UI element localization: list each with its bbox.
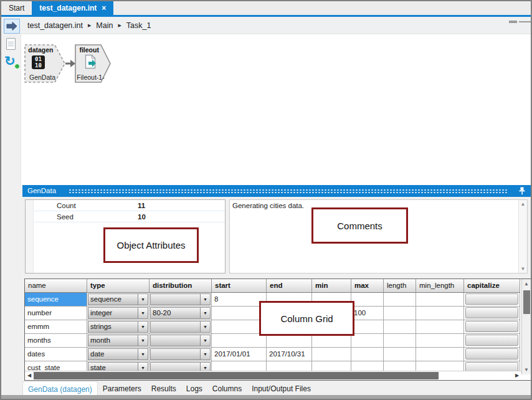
chevron-down-icon[interactable]: ▼ (200, 294, 210, 305)
scrollbar-thumb[interactable] (34, 372, 439, 379)
cell-max[interactable] (351, 361, 384, 371)
scrollbar-track[interactable] (34, 371, 513, 380)
cell-min_length[interactable] (416, 320, 464, 334)
column-header-type[interactable]: type (87, 279, 150, 293)
capitalize-button[interactable] (465, 293, 518, 305)
distribution-dropdown[interactable]: 80-20▼ (150, 307, 211, 319)
close-tab-icon[interactable]: × (102, 4, 106, 12)
cell-max[interactable]: 100 (351, 307, 384, 320)
scroll-up-icon[interactable]: ▲ (522, 281, 531, 287)
cell-max[interactable] (351, 348, 384, 361)
script-document-icon[interactable] (6, 38, 16, 50)
tab-start[interactable]: Start (1, 1, 32, 15)
cell-min[interactable] (312, 361, 351, 371)
cell-min_length[interactable] (416, 361, 464, 371)
cell-min_length[interactable] (416, 293, 464, 307)
cell-length[interactable] (384, 307, 416, 320)
cell-start[interactable] (212, 361, 267, 371)
attribute-value[interactable]: 11 (138, 202, 145, 209)
distribution-dropdown[interactable]: ▼ (150, 293, 211, 305)
cell-min[interactable] (312, 334, 351, 348)
node-datagen[interactable]: datagen 0110 GenData (24, 44, 65, 83)
cell-start[interactable]: 2017/01/01 (212, 348, 267, 361)
capitalize-button[interactable] (465, 348, 518, 360)
breadcrumb-item[interactable]: test_datagen.int (27, 21, 83, 30)
cell-length[interactable] (384, 361, 416, 371)
capitalize-button[interactable] (465, 335, 518, 346)
type-dropdown[interactable]: sequence▼ (88, 293, 148, 305)
cell-min_length[interactable] (416, 348, 464, 361)
chevron-down-icon[interactable]: ▼ (200, 321, 210, 332)
capitalize-button[interactable] (465, 307, 518, 318)
distribution-dropdown[interactable]: ▼ (150, 362, 211, 371)
cell-name[interactable]: emmm (25, 320, 87, 334)
run-button[interactable] (4, 19, 20, 34)
column-header-min_length[interactable]: min_length (416, 279, 464, 293)
cell-min_length[interactable] (416, 307, 464, 320)
type-dropdown[interactable]: state▼ (88, 362, 148, 371)
type-dropdown[interactable]: date▼ (88, 348, 148, 360)
column-header-start[interactable]: start (212, 279, 267, 293)
flow-canvas[interactable]: datagen 0110 GenData fileout Fileout-1- (21, 34, 531, 185)
capitalize-button[interactable] (465, 321, 518, 332)
cell-max[interactable] (351, 334, 384, 348)
cell-length[interactable] (384, 348, 416, 361)
grid-vertical-scrollbar[interactable]: ▲ ▼ (521, 279, 531, 374)
cell-length[interactable] (384, 320, 416, 334)
chevron-down-icon[interactable]: ▼ (200, 308, 210, 318)
cell-start[interactable]: 8 (212, 293, 267, 307)
chevron-down-icon[interactable]: ▼ (200, 363, 210, 371)
column-header-length[interactable]: length (384, 279, 416, 293)
grid-horizontal-scrollbar[interactable]: ◀ ▶ (25, 371, 521, 380)
distribution-dropdown[interactable]: ▼ (150, 335, 211, 346)
cell-start[interactable] (212, 320, 267, 334)
chevron-down-icon[interactable]: ▼ (138, 363, 148, 371)
column-header-max[interactable]: max (351, 279, 384, 293)
chevron-down-icon[interactable]: ▼ (138, 294, 148, 305)
type-dropdown[interactable]: strings▼ (88, 321, 148, 333)
chevron-down-icon[interactable]: ▼ (200, 349, 210, 360)
cell-min_length[interactable] (416, 334, 464, 348)
cell-name[interactable]: dates (25, 348, 87, 361)
capitalize-button[interactable] (465, 362, 518, 371)
column-header-min[interactable]: min (312, 279, 351, 293)
column-header-name[interactable]: name (25, 279, 87, 293)
distribution-dropdown[interactable]: ▼ (150, 321, 211, 333)
column-header-distribution[interactable]: distribution (150, 279, 212, 293)
cell-name[interactable]: sequence (25, 293, 87, 307)
cell-min[interactable] (312, 348, 351, 361)
cell-max[interactable] (351, 293, 384, 307)
chevron-down-icon[interactable]: ▼ (138, 335, 148, 346)
cell-start[interactable] (212, 334, 267, 348)
cell-name[interactable]: months (25, 334, 87, 348)
scroll-left-icon[interactable]: ◀ (25, 371, 34, 380)
type-dropdown[interactable]: integer▼ (88, 307, 148, 319)
cell-name[interactable]: number (25, 307, 87, 320)
chevron-down-icon[interactable]: ▼ (200, 335, 210, 346)
chevron-down-icon[interactable]: ▼ (138, 321, 148, 332)
refresh-history-icon[interactable]: ↻ (4, 54, 19, 69)
scroll-right-icon[interactable]: ▶ (513, 371, 521, 380)
cell-name[interactable]: cust_state (25, 361, 87, 371)
cell-end[interactable] (267, 334, 312, 348)
gendata-panel-header[interactable]: GenData (22, 185, 531, 197)
attribute-value[interactable]: 10 (138, 213, 146, 221)
type-dropdown[interactable]: month▼ (88, 335, 148, 346)
cell-end[interactable] (267, 361, 312, 371)
chevron-down-icon[interactable]: ▼ (138, 308, 148, 318)
tab-test-datagen[interactable]: test_datagen.int × (32, 1, 113, 15)
chevron-down-icon[interactable]: ▼ (138, 349, 148, 360)
scrollbar-thumb[interactable] (523, 290, 530, 314)
scroll-down-icon[interactable]: ▼ (522, 367, 531, 373)
cell-max[interactable] (351, 320, 384, 334)
cell-length[interactable] (384, 293, 416, 307)
cell-length[interactable] (384, 334, 416, 348)
scroll-down-icon[interactable]: ▼ (519, 266, 527, 272)
scroll-up-icon[interactable]: ▲ (519, 201, 527, 207)
node-fileout[interactable]: fileout Fileout-1- (75, 44, 111, 83)
column-header-end[interactable]: end (267, 279, 312, 293)
distribution-dropdown[interactable]: ▼ (150, 348, 211, 360)
column-header-capitalize[interactable]: capitalize (464, 279, 520, 293)
pushpin-icon[interactable] (518, 187, 526, 195)
collapse-handle-icon[interactable] (509, 21, 517, 23)
